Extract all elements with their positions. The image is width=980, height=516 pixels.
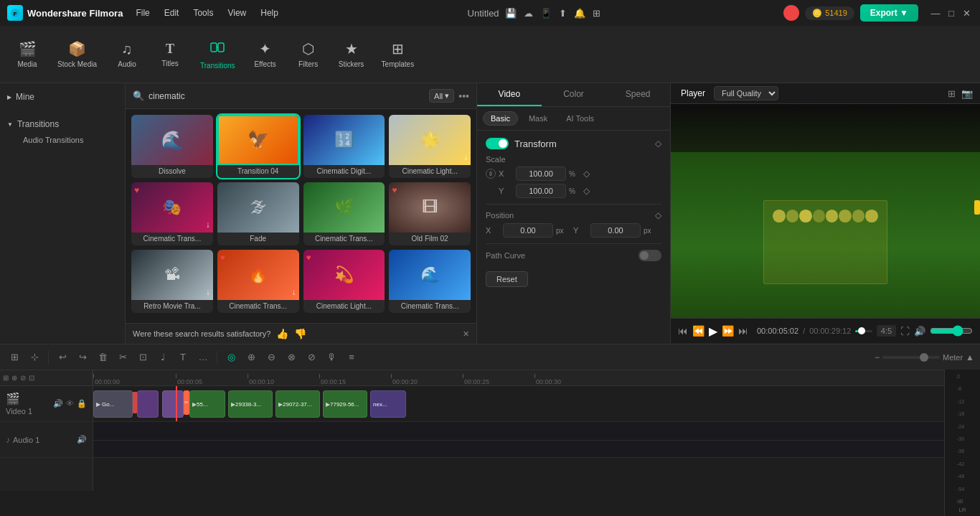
aspect-ratio-btn[interactable]: 4:5	[877, 325, 896, 337]
tl-menu-btn[interactable]: ≡	[343, 349, 360, 366]
skip-fwd-btn[interactable]: ⏭	[738, 325, 748, 337]
search-more-icon[interactable]: •••	[458, 90, 469, 102]
close-button[interactable]: ✕	[961, 7, 973, 19]
audio1-speaker-btn[interactable]: 🔊	[77, 435, 87, 444]
thumbs-down-btn[interactable]: 👎	[294, 328, 306, 339]
grid-item-cindigit[interactable]: 🔢 + Cinematic Digit...	[303, 115, 385, 178]
toolbar-stickers[interactable]: ★ Stickers	[331, 36, 372, 72]
add-video-track-btn[interactable]: ⊞	[3, 374, 9, 382]
add-audio-track-btn[interactable]: ⊕	[11, 374, 17, 382]
grid-item-cinlight2[interactable]: 💫 ♥ + Cinematic Light...	[303, 250, 385, 313]
video1-eye-btn[interactable]: 👁	[66, 399, 74, 408]
tl-delete-btn[interactable]: 🗑	[94, 349, 111, 366]
toolbar-audio[interactable]: ♫ Audio	[107, 37, 147, 72]
tl-redo-btn[interactable]: ↪	[74, 349, 91, 366]
tl-magnet-btn[interactable]: ⊹	[26, 349, 43, 366]
clip-29338[interactable]: ▶ 29338-3...	[228, 390, 273, 418]
search-input[interactable]	[149, 91, 425, 101]
transform-keyframe-btn[interactable]: ◇	[655, 139, 661, 149]
path-curve-toggle[interactable]	[639, 250, 661, 261]
grid-item-fade[interactable]: 🌫 + Fade	[217, 182, 299, 245]
volume-btn[interactable]: 🔊	[914, 326, 925, 337]
subtab-basic[interactable]: Basic	[483, 111, 518, 126]
subtab-mask[interactable]: Mask	[521, 111, 555, 126]
play-btn[interactable]: ▶	[709, 324, 717, 338]
skip-back-btn[interactable]: ⏮	[678, 325, 688, 337]
preview-progress-thumb[interactable]	[858, 327, 865, 334]
pos-x-input[interactable]	[503, 223, 553, 238]
tab-speed[interactable]: Speed	[606, 83, 670, 106]
menu-file[interactable]: File	[130, 6, 155, 19]
zoom-out-btn[interactable]: −	[875, 352, 880, 362]
zoom-thumb[interactable]	[920, 353, 928, 362]
screenshot-icon[interactable]: 📷	[961, 88, 973, 99]
tl-undo-btn[interactable]: ↩	[54, 349, 71, 366]
clip-29072[interactable]: ▶ 29072-37...	[275, 390, 320, 418]
zoom-bar[interactable]	[882, 356, 940, 359]
apps-icon[interactable]: ⊞	[593, 8, 600, 19]
toolbar-effects[interactable]: ✦ Effects	[245, 36, 286, 72]
tl-overlay-btn[interactable]: ⊕	[242, 349, 260, 366]
transitions-header[interactable]: ▼ Transitions	[7, 116, 118, 132]
grid-item-cintrans3[interactable]: 🔥 ♥ ↓ Cinematic Trans...	[217, 250, 299, 313]
tl-more-btn[interactable]: …	[194, 349, 212, 366]
toolbar-transitions[interactable]: Transitions	[193, 35, 242, 74]
grid-view-icon[interactable]: ⊞	[948, 88, 956, 99]
share-icon[interactable]: ⬆	[559, 8, 567, 19]
volume-slider[interactable]	[930, 325, 973, 337]
tl-text-btn[interactable]: T	[174, 349, 192, 366]
tl-disable-btn[interactable]: ⊘	[303, 349, 320, 366]
next-frame-btn[interactable]: ⏩	[722, 325, 734, 337]
quality-select[interactable]: Full Quality 1/2 Quality 1/4 Quality	[714, 86, 778, 100]
tl-crop-btn[interactable]: ⊡	[134, 349, 151, 366]
tl-cut-btn[interactable]: ✂	[114, 349, 131, 366]
position-keyframe-btn[interactable]: ◇	[655, 210, 661, 220]
menu-edit[interactable]: Edit	[159, 6, 185, 19]
toolbar-filters[interactable]: ⬡ Filters	[288, 36, 329, 72]
scale-x-keyframe[interactable]: ◇	[583, 169, 590, 179]
audio-transitions-item[interactable]: Audio Transitions	[7, 132, 118, 148]
grid-item-cintrans1[interactable]: 🎭 ♥ ↓ Cinematic Trans...	[131, 182, 213, 245]
grid-item-retromovie[interactable]: 📽 ↓ Retro Movie Tra...	[131, 250, 213, 313]
clip-purple1[interactable]	[137, 390, 159, 418]
grid-item-transition04[interactable]: 🦅 + Transition 04	[217, 115, 299, 178]
pos-y-input[interactable]	[590, 223, 641, 238]
transform-toggle[interactable]	[486, 138, 509, 149]
tab-color[interactable]: Color	[542, 83, 606, 106]
grid-item-dissolve[interactable]: 🌊 + Dissolve	[131, 115, 213, 178]
scale-y-input[interactable]	[516, 184, 566, 198]
menu-help[interactable]: Help	[255, 6, 284, 19]
tl-audio-btn[interactable]: ♩	[154, 349, 171, 366]
clip-purple2[interactable]	[162, 390, 184, 418]
clip-55[interactable]: ▶ 55...	[189, 390, 225, 418]
tl-record-btn[interactable]: ◎	[222, 349, 240, 366]
video1-speaker-btn[interactable]: 🔊	[53, 399, 63, 408]
preview-progress-bar[interactable]	[855, 330, 872, 332]
tl-split-btn[interactable]: ⊗	[283, 349, 300, 366]
cloud-icon[interactable]: ☁	[524, 8, 533, 19]
search-filter[interactable]: All ▾	[429, 89, 454, 103]
grid-item-cintrans4[interactable]: 🌊 + Cinematic Trans...	[389, 250, 471, 313]
thumbs-up-btn[interactable]: 👍	[276, 328, 288, 339]
grid-item-oldfilm[interactable]: 🎞 ♥ + Old Film 02	[389, 182, 471, 245]
toolbar-templates[interactable]: ⊞ Templates	[374, 36, 422, 72]
subtab-aitools[interactable]: AI Tools	[558, 111, 602, 126]
feedback-close-btn[interactable]: ✕	[463, 329, 469, 339]
link-tracks-btn[interactable]: ⊘	[20, 374, 26, 382]
grid-item-cinlight[interactable]: 🌟 ↓ ↓ Cinematic Light...	[389, 115, 471, 178]
tl-mic-btn[interactable]: 🎙	[323, 349, 340, 366]
minimize-button[interactable]: —	[930, 7, 941, 19]
prev-frame-btn[interactable]: ⏪	[692, 325, 705, 337]
tl-add-track-btn[interactable]: ⊞	[6, 349, 23, 366]
maximize-button[interactable]: □	[946, 7, 957, 19]
transition-marker[interactable]: ✂	[184, 390, 189, 415]
mine-header[interactable]: ▶ Mine	[7, 89, 118, 105]
preview-tab-player[interactable]: Player	[678, 87, 708, 100]
settings-track-btn[interactable]: ⊡	[29, 374, 34, 382]
toolbar-titles[interactable]: T Titles	[150, 37, 190, 72]
menu-tools[interactable]: Tools	[187, 6, 219, 19]
scale-x-input[interactable]	[516, 166, 566, 181]
device-icon[interactable]: 📱	[540, 8, 552, 19]
export-button[interactable]: Export ▼	[860, 4, 918, 22]
clip-77929[interactable]: ▶ 77929-56...	[323, 390, 367, 418]
